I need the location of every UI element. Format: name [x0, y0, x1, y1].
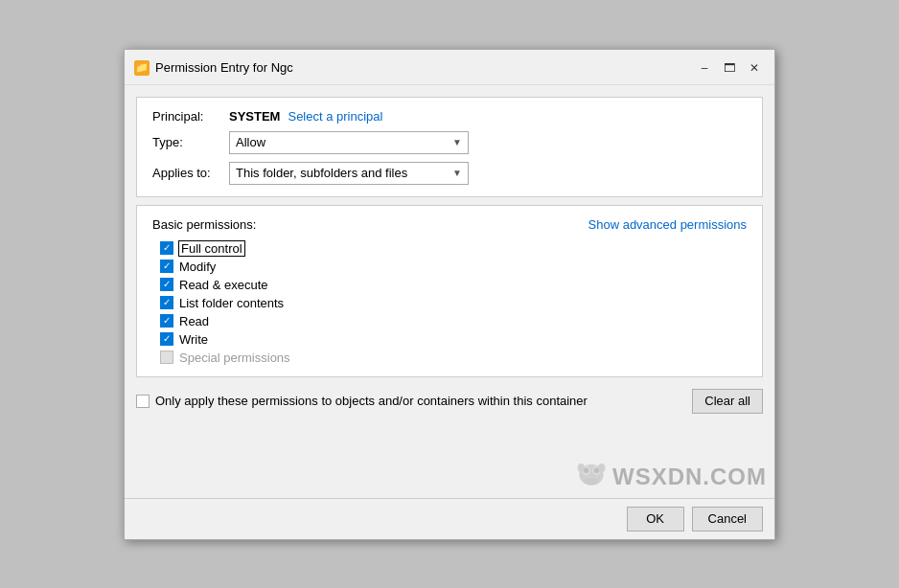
svg-point-7 — [598, 464, 605, 472]
applies-to-dropdown-value: This folder, subfolders and files — [236, 166, 407, 180]
title-bar: 📁 Permission Entry for Ngc – 🗖 ✕ — [125, 50, 774, 85]
apply-only-label: Only apply these permissions to objects … — [155, 394, 588, 408]
read-label: Read — [179, 314, 209, 328]
minimize-button[interactable]: – — [694, 57, 715, 79]
show-advanced-link[interactable]: Show advanced permissions — [588, 217, 747, 232]
watermark-text: WSXDN.COM — [612, 464, 767, 490]
list-folder-label: List folder contents — [179, 296, 284, 310]
modify-label: Modify — [179, 260, 216, 274]
window-content: Principal: SYSTEM Select a principal Typ… — [125, 85, 774, 539]
select-principal-link[interactable]: Select a principal — [288, 109, 382, 124]
ok-button[interactable]: OK — [627, 507, 684, 531]
modify-checkbox[interactable] — [160, 260, 173, 273]
apply-permissions-area: Only apply these permissions to objects … — [136, 394, 684, 408]
list-folder-checkbox[interactable] — [160, 296, 173, 309]
window-controls: – 🗖 ✕ — [694, 57, 765, 79]
permission-entry-dialog: 📁 Permission Entry for Ngc – 🗖 ✕ Princip… — [124, 49, 775, 540]
list-item: Full control — [160, 241, 747, 256]
full-control-label: Full control — [179, 241, 244, 256]
principal-value: SYSTEM — [229, 109, 280, 124]
clear-all-button[interactable]: Clear all — [692, 389, 763, 414]
type-dropdown-value: Allow — [236, 135, 265, 149]
list-item: Special permissions — [160, 351, 747, 365]
full-control-checkbox[interactable] — [160, 241, 173, 255]
write-checkbox[interactable] — [160, 332, 173, 346]
applies-to-row: Applies to: This folder, subfolders and … — [152, 162, 747, 185]
list-item: Read — [160, 314, 747, 328]
read-checkbox[interactable] — [160, 314, 173, 328]
footer-bar: OK Cancel — [125, 498, 774, 539]
watermark: WSXDN.COM — [574, 456, 767, 490]
window-title: Permission Entry for Ngc — [155, 60, 688, 75]
bottom-section: Only apply these permissions to objects … — [136, 389, 763, 414]
permissions-title: Basic permissions: — [152, 217, 256, 232]
svg-point-5 — [585, 478, 598, 485]
type-row: Type: Allow ▼ — [152, 131, 747, 154]
permissions-list: Full control Modify Read & execute List … — [152, 241, 747, 365]
special-permissions-label: Special permissions — [179, 351, 290, 365]
list-item: List folder contents — [160, 296, 747, 310]
watermark-area: WSXDN.COM — [125, 421, 774, 498]
close-button[interactable]: ✕ — [744, 57, 765, 79]
apply-only-checkbox[interactable] — [136, 395, 150, 408]
type-dropdown[interactable]: Allow ▼ — [229, 131, 469, 154]
permissions-header: Basic permissions: Show advanced permiss… — [152, 217, 747, 232]
read-execute-checkbox[interactable] — [160, 278, 173, 291]
applies-to-label: Applies to: — [152, 166, 229, 180]
type-dropdown-arrow: ▼ — [452, 137, 462, 147]
list-item: Write — [160, 332, 747, 347]
write-label: Write — [179, 332, 208, 347]
principal-row: Principal: SYSTEM Select a principal — [152, 109, 747, 124]
principal-label: Principal: — [152, 109, 229, 124]
watermark-icon — [574, 456, 609, 490]
read-execute-label: Read & execute — [179, 278, 268, 292]
cancel-button[interactable]: Cancel — [692, 507, 763, 531]
list-item: Modify — [160, 260, 747, 274]
svg-point-6 — [578, 464, 585, 472]
special-permissions-checkbox — [160, 351, 173, 364]
restore-button[interactable]: 🗖 — [719, 57, 740, 79]
permissions-section: Basic permissions: Show advanced permiss… — [136, 205, 763, 377]
principal-value-area: SYSTEM Select a principal — [229, 109, 382, 124]
window-icon: 📁 — [134, 60, 150, 76]
applies-to-dropdown[interactable]: This folder, subfolders and files ▼ — [229, 162, 469, 185]
applies-to-dropdown-arrow: ▼ — [452, 168, 462, 178]
list-item: Read & execute — [160, 278, 747, 292]
top-section: Principal: SYSTEM Select a principal Typ… — [136, 97, 763, 197]
type-label: Type: — [152, 135, 229, 149]
